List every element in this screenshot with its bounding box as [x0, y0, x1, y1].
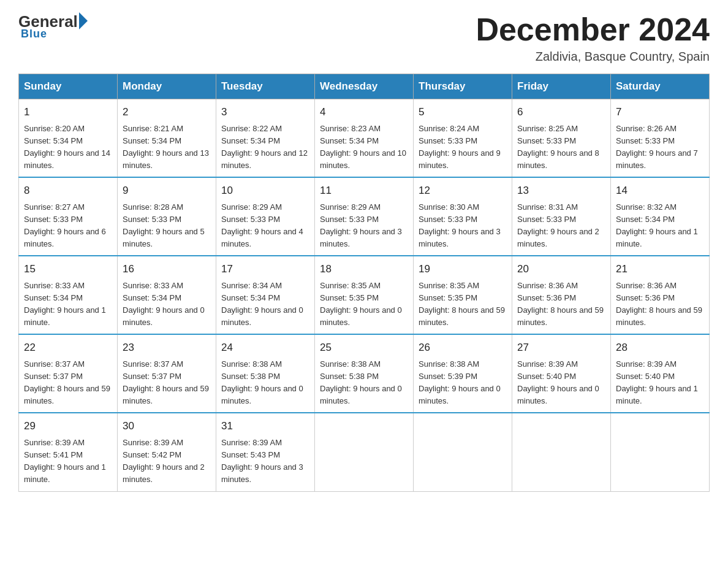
day-info: Sunrise: 8:20 AMSunset: 5:34 PMDaylight:… [24, 124, 110, 170]
day-number: 24 [221, 340, 309, 356]
table-row: 20 Sunrise: 8:36 AMSunset: 5:36 PMDaylig… [512, 256, 611, 334]
col-sunday: Sunday [19, 74, 118, 99]
table-row: 31 Sunrise: 8:39 AMSunset: 5:43 PMDaylig… [216, 413, 315, 491]
day-number: 25 [320, 340, 408, 356]
day-number: 29 [24, 418, 112, 434]
col-monday: Monday [118, 74, 216, 99]
logo-blue-text: Blue [21, 28, 47, 40]
day-number: 19 [419, 261, 507, 277]
calendar-week-5: 29 Sunrise: 8:39 AMSunset: 5:41 PMDaylig… [19, 413, 710, 491]
day-info: Sunrise: 8:29 AMSunset: 5:33 PMDaylight:… [320, 202, 402, 248]
table-row [512, 413, 611, 491]
day-number: 2 [123, 104, 211, 120]
day-number: 17 [221, 261, 309, 277]
day-number: 14 [616, 183, 704, 199]
table-row: 10 Sunrise: 8:29 AMSunset: 5:33 PMDaylig… [216, 177, 315, 256]
table-row: 21 Sunrise: 8:36 AMSunset: 5:36 PMDaylig… [611, 256, 710, 334]
table-row: 13 Sunrise: 8:31 AMSunset: 5:33 PMDaylig… [512, 177, 611, 256]
day-number: 20 [517, 261, 605, 277]
day-info: Sunrise: 8:30 AMSunset: 5:33 PMDaylight:… [419, 202, 501, 248]
day-info: Sunrise: 8:37 AMSunset: 5:37 PMDaylight:… [123, 359, 209, 405]
day-number: 26 [419, 340, 507, 356]
day-number: 9 [123, 183, 211, 199]
calendar-table: Sunday Monday Tuesday Wednesday Thursday… [18, 74, 710, 491]
day-info: Sunrise: 8:27 AMSunset: 5:33 PMDaylight:… [24, 202, 106, 248]
table-row: 16 Sunrise: 8:33 AMSunset: 5:34 PMDaylig… [118, 256, 216, 334]
table-row: 17 Sunrise: 8:34 AMSunset: 5:34 PMDaylig… [216, 256, 315, 334]
day-number: 31 [221, 418, 309, 434]
day-number: 28 [616, 340, 704, 356]
location-text: Zaldivia, Basque Country, Spain [476, 50, 710, 64]
table-row: 14 Sunrise: 8:32 AMSunset: 5:34 PMDaylig… [611, 177, 710, 256]
table-row [414, 413, 512, 491]
day-info: Sunrise: 8:36 AMSunset: 5:36 PMDaylight:… [517, 281, 604, 327]
day-info: Sunrise: 8:26 AMSunset: 5:33 PMDaylight:… [616, 124, 698, 170]
day-info: Sunrise: 8:38 AMSunset: 5:39 PMDaylight:… [419, 359, 501, 405]
day-number: 3 [221, 104, 309, 120]
day-number: 16 [123, 261, 211, 277]
day-info: Sunrise: 8:39 AMSunset: 5:40 PMDaylight:… [517, 359, 599, 405]
calendar-week-2: 8 Sunrise: 8:27 AMSunset: 5:33 PMDayligh… [19, 177, 710, 256]
logo-triangle-icon [79, 12, 88, 29]
title-section: December 2024 Zaldivia, Basque Country, … [476, 12, 710, 64]
calendar-week-3: 15 Sunrise: 8:33 AMSunset: 5:34 PMDaylig… [19, 256, 710, 334]
day-number: 12 [419, 183, 507, 199]
table-row: 30 Sunrise: 8:39 AMSunset: 5:42 PMDaylig… [118, 413, 216, 491]
table-row: 1 Sunrise: 8:20 AMSunset: 5:34 PMDayligh… [19, 99, 118, 178]
col-saturday: Saturday [611, 74, 710, 99]
day-number: 5 [419, 104, 507, 120]
day-info: Sunrise: 8:35 AMSunset: 5:35 PMDaylight:… [320, 281, 402, 327]
day-info: Sunrise: 8:24 AMSunset: 5:33 PMDaylight:… [419, 124, 501, 170]
table-row: 2 Sunrise: 8:21 AMSunset: 5:34 PMDayligh… [118, 99, 216, 178]
table-row: 3 Sunrise: 8:22 AMSunset: 5:34 PMDayligh… [216, 99, 315, 178]
day-number: 18 [320, 261, 408, 277]
day-number: 27 [517, 340, 605, 356]
table-row: 6 Sunrise: 8:25 AMSunset: 5:33 PMDayligh… [512, 99, 611, 178]
col-wednesday: Wednesday [315, 74, 414, 99]
day-info: Sunrise: 8:38 AMSunset: 5:38 PMDaylight:… [221, 359, 303, 405]
day-number: 21 [616, 261, 704, 277]
table-row: 28 Sunrise: 8:39 AMSunset: 5:40 PMDaylig… [611, 334, 710, 413]
table-row: 23 Sunrise: 8:37 AMSunset: 5:37 PMDaylig… [118, 334, 216, 413]
page-header: General Blue December 2024 Zaldivia, Bas… [18, 12, 710, 64]
day-info: Sunrise: 8:35 AMSunset: 5:35 PMDaylight:… [419, 281, 505, 327]
calendar-header-row: Sunday Monday Tuesday Wednesday Thursday… [19, 74, 710, 99]
month-title: December 2024 [476, 12, 710, 47]
day-info: Sunrise: 8:39 AMSunset: 5:41 PMDaylight:… [24, 438, 106, 484]
day-info: Sunrise: 8:29 AMSunset: 5:33 PMDaylight:… [221, 202, 303, 248]
table-row: 15 Sunrise: 8:33 AMSunset: 5:34 PMDaylig… [19, 256, 118, 334]
calendar-week-1: 1 Sunrise: 8:20 AMSunset: 5:34 PMDayligh… [19, 99, 710, 178]
table-row: 12 Sunrise: 8:30 AMSunset: 5:33 PMDaylig… [414, 177, 512, 256]
day-info: Sunrise: 8:39 AMSunset: 5:43 PMDaylight:… [221, 438, 303, 484]
col-friday: Friday [512, 74, 611, 99]
col-thursday: Thursday [414, 74, 512, 99]
table-row [611, 413, 710, 491]
day-number: 23 [123, 340, 211, 356]
table-row: 24 Sunrise: 8:38 AMSunset: 5:38 PMDaylig… [216, 334, 315, 413]
day-info: Sunrise: 8:28 AMSunset: 5:33 PMDaylight:… [123, 202, 205, 248]
day-number: 11 [320, 183, 408, 199]
day-info: Sunrise: 8:22 AMSunset: 5:34 PMDaylight:… [221, 124, 308, 170]
day-number: 10 [221, 183, 309, 199]
day-number: 22 [24, 340, 112, 356]
table-row: 9 Sunrise: 8:28 AMSunset: 5:33 PMDayligh… [118, 177, 216, 256]
table-row [315, 413, 414, 491]
logo: General Blue [18, 12, 88, 40]
table-row: 18 Sunrise: 8:35 AMSunset: 5:35 PMDaylig… [315, 256, 414, 334]
day-info: Sunrise: 8:23 AMSunset: 5:34 PMDaylight:… [320, 124, 406, 170]
table-row: 7 Sunrise: 8:26 AMSunset: 5:33 PMDayligh… [611, 99, 710, 178]
table-row: 29 Sunrise: 8:39 AMSunset: 5:41 PMDaylig… [19, 413, 118, 491]
day-number: 1 [24, 104, 112, 120]
day-info: Sunrise: 8:36 AMSunset: 5:36 PMDaylight:… [616, 281, 702, 327]
table-row: 27 Sunrise: 8:39 AMSunset: 5:40 PMDaylig… [512, 334, 611, 413]
table-row: 11 Sunrise: 8:29 AMSunset: 5:33 PMDaylig… [315, 177, 414, 256]
day-info: Sunrise: 8:32 AMSunset: 5:34 PMDaylight:… [616, 202, 698, 248]
day-info: Sunrise: 8:33 AMSunset: 5:34 PMDaylight:… [123, 281, 205, 327]
table-row: 4 Sunrise: 8:23 AMSunset: 5:34 PMDayligh… [315, 99, 414, 178]
day-info: Sunrise: 8:25 AMSunset: 5:33 PMDaylight:… [517, 124, 599, 170]
day-info: Sunrise: 8:31 AMSunset: 5:33 PMDaylight:… [517, 202, 599, 248]
day-number: 13 [517, 183, 605, 199]
day-number: 4 [320, 104, 408, 120]
day-info: Sunrise: 8:38 AMSunset: 5:38 PMDaylight:… [320, 359, 402, 405]
day-number: 7 [616, 104, 704, 120]
